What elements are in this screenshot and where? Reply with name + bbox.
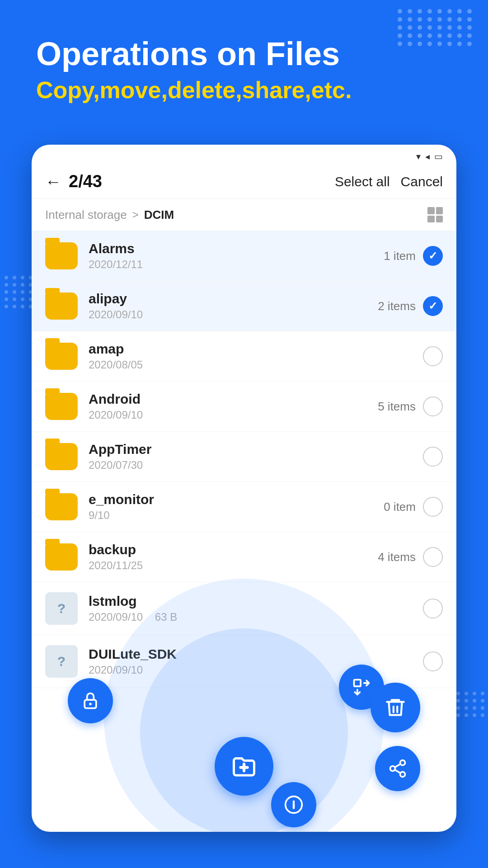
checkbox[interactable] xyxy=(423,497,443,517)
file-name: AppTimer xyxy=(89,442,423,457)
file-date: 2020/07/30 xyxy=(89,459,423,472)
list-item[interactable]: amap 2020/08/05 xyxy=(32,331,456,382)
move-icon xyxy=(352,677,371,697)
list-item[interactable]: AppTimer 2020/07/30 xyxy=(32,432,456,482)
list-item[interactable]: e_monitor 9/10 0 item xyxy=(32,482,456,532)
svg-point-2 xyxy=(89,703,92,706)
bg-dots-bottom-right xyxy=(452,687,488,778)
fab-main-button[interactable] xyxy=(215,737,273,796)
file-name: DUILute_SDK xyxy=(89,646,423,662)
file-count: 2 items xyxy=(378,299,416,313)
select-all-button[interactable]: Select all xyxy=(335,174,390,189)
signal-icon: ◂ xyxy=(425,151,430,162)
share-icon xyxy=(388,759,408,778)
breadcrumb-path: Internal storage > DCIM xyxy=(45,208,174,222)
info-icon xyxy=(284,795,304,815)
selection-count: 2/43 xyxy=(69,172,335,191)
trash-icon xyxy=(384,696,407,719)
back-button[interactable]: ← xyxy=(45,172,61,191)
list-item[interactable]: Android 2020/09/10 5 items xyxy=(32,382,456,432)
checkbox[interactable] xyxy=(423,246,443,266)
header-section: Operations on Files Copy,move,delete,sha… xyxy=(36,36,352,104)
header-actions: Select all Cancel xyxy=(335,174,443,189)
file-date: 9/10 xyxy=(89,509,384,522)
file-count: 4 items xyxy=(378,550,416,564)
page-title: Operations on Files xyxy=(36,36,352,72)
file-info: amap 2020/08/05 xyxy=(89,341,423,371)
bg-dots-left xyxy=(0,271,36,362)
file-date: 2020/09/10 xyxy=(89,409,378,421)
lock-button[interactable] xyxy=(68,678,113,723)
checkbox[interactable] xyxy=(423,346,443,366)
breadcrumb: Internal storage > DCIM xyxy=(32,199,456,231)
breadcrumb-current: DCIM xyxy=(144,208,174,222)
phone-card: ▾ ◂ ▭ ← 2/43 Select all Cancel Internal … xyxy=(32,145,456,832)
file-name: backup xyxy=(89,542,378,557)
status-bar: ▾ ◂ ▭ xyxy=(32,145,456,165)
file-info: AppTimer 2020/07/30 xyxy=(89,442,423,472)
file-list: Alarms 2020/12/11 1 item alipay 2020/09/… xyxy=(32,231,456,688)
list-item[interactable]: Alarms 2020/12/11 1 item xyxy=(32,231,456,281)
unknown-file-icon: ? xyxy=(45,592,78,625)
file-count: 1 item xyxy=(384,249,416,263)
file-date: 2020/12/11 xyxy=(89,258,384,271)
view-toggle-button[interactable] xyxy=(427,207,443,222)
file-name: lstmlog xyxy=(89,594,423,609)
lock-icon xyxy=(80,691,100,711)
info-button[interactable] xyxy=(271,782,316,827)
file-date: 2020/09/10 63 B xyxy=(89,611,423,623)
folder-icon xyxy=(45,543,78,571)
folder-icon xyxy=(45,292,78,320)
checkbox[interactable] xyxy=(423,651,443,671)
folder-icon xyxy=(45,443,78,470)
folder-icon xyxy=(45,242,78,269)
folder-icon xyxy=(45,343,78,370)
unknown-file-icon: ? xyxy=(45,645,78,678)
cancel-button[interactable]: Cancel xyxy=(401,174,443,189)
checkbox[interactable] xyxy=(423,547,443,567)
folder-icon xyxy=(45,493,78,520)
checkbox[interactable] xyxy=(423,599,443,618)
checkbox[interactable] xyxy=(423,396,443,416)
file-info: Alarms 2020/12/11 xyxy=(89,241,384,271)
breadcrumb-storage[interactable]: Internal storage xyxy=(45,208,127,222)
list-item[interactable]: alipay 2020/09/10 2 items xyxy=(32,281,456,331)
file-info: lstmlog 2020/09/10 63 B xyxy=(89,594,423,623)
file-name: alipay xyxy=(89,291,378,307)
file-info: Android 2020/09/10 xyxy=(89,392,378,421)
file-name: e_monitor xyxy=(89,492,384,507)
file-date: 2020/11/25 xyxy=(89,559,378,572)
breadcrumb-chevron-icon: > xyxy=(132,208,139,221)
wifi-icon: ▾ xyxy=(416,151,421,162)
file-date: 2020/09/10 xyxy=(89,308,378,321)
checkbox[interactable] xyxy=(423,447,443,467)
share-button[interactable] xyxy=(375,746,420,791)
file-info: alipay 2020/09/10 xyxy=(89,291,378,321)
battery-icon: ▭ xyxy=(434,151,443,162)
file-info: backup 2020/11/25 xyxy=(89,542,378,572)
file-name: Android xyxy=(89,392,378,407)
file-name: Alarms xyxy=(89,241,384,256)
folder-icon xyxy=(45,393,78,420)
list-item[interactable]: backup 2020/11/25 4 items xyxy=(32,532,456,582)
file-count: 0 item xyxy=(384,500,416,514)
list-item[interactable]: ? lstmlog 2020/09/10 63 B xyxy=(32,582,456,635)
add-folder-icon xyxy=(230,753,258,780)
page-subtitle: Copy,move,delete,share,etc. xyxy=(36,76,352,104)
file-date: 2020/08/05 xyxy=(89,359,423,371)
app-header: ← 2/43 Select all Cancel xyxy=(32,165,456,199)
delete-button[interactable] xyxy=(371,683,420,732)
file-info: e_monitor 9/10 xyxy=(89,492,384,522)
checkbox[interactable] xyxy=(423,296,443,316)
bg-dots-top-right xyxy=(389,0,488,90)
svg-rect-0 xyxy=(354,680,361,687)
file-name: amap xyxy=(89,341,423,357)
file-count: 5 items xyxy=(378,400,416,414)
